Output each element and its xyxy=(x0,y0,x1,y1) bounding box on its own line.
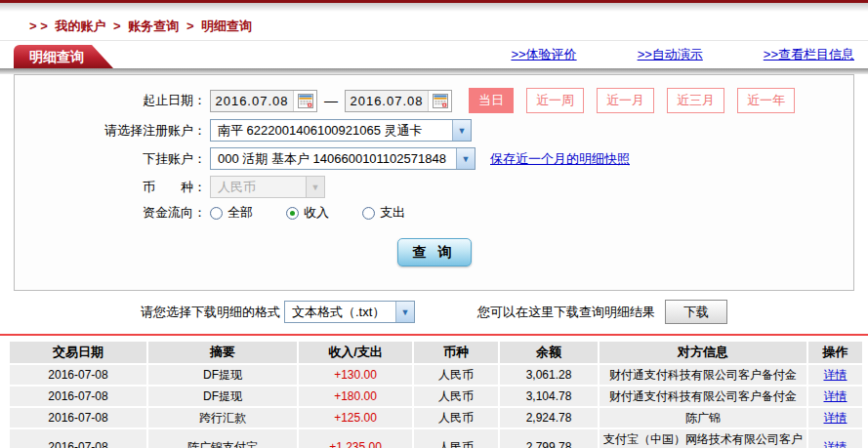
cell-counterparty: 财付通支付科技有限公司客户备付金 xyxy=(599,365,806,385)
breadcrumb-item-my-account[interactable]: 我的账户 xyxy=(55,19,105,33)
header-income-expense: 收入/支出 xyxy=(299,342,412,363)
cell-counterparty: 财付通支付科技有限公司客户备付金 xyxy=(599,387,806,406)
cell-date: 2016-07-08 xyxy=(10,429,146,448)
table-header-row: 交易日期 摘要 收入/支出 币种 余额 对方信息 操作 xyxy=(10,342,862,363)
sub-account-value: 000 活期 基本户 1406600101102571848 xyxy=(211,150,456,168)
sub-account-label: 下挂账户： xyxy=(15,150,210,168)
save-snapshot-link[interactable]: 保存近一个月的明细快照 xyxy=(490,150,630,168)
fund-flow-label: 资金流向： xyxy=(15,204,210,222)
cell-counterparty: 陈广锦 xyxy=(599,408,806,428)
radio-icon[interactable] xyxy=(210,207,223,220)
cell-amount: +1,235.00 xyxy=(299,429,412,448)
download-button[interactable]: 下载 xyxy=(665,300,727,324)
radio-label-all: 全部 xyxy=(227,204,253,222)
end-date-value: 2016.07.08 xyxy=(346,94,428,108)
calendar-icon[interactable] xyxy=(293,91,316,111)
header-balance: 余额 xyxy=(500,342,598,363)
cell-date: 2016-07-08 xyxy=(10,387,146,406)
cell-summary: 跨行汇款 xyxy=(148,408,297,428)
table-row: 2016-07-08 DF提现 +180.00 人民币 3,104.78 财付通… xyxy=(10,387,862,406)
detail-link[interactable]: 详情 xyxy=(824,389,847,403)
link-auto-demo[interactable]: >>自动演示 xyxy=(638,46,703,63)
sub-account-row: 下挂账户： 000 活期 基本户 1406600101102571848 ▼ 保… xyxy=(15,147,853,170)
cell-amount: +180.00 xyxy=(299,387,412,406)
table-row: 2016-07-08 DF提现 +130.00 人民币 3,061.28 财付通… xyxy=(10,365,862,385)
cell-currency: 人民币 xyxy=(414,365,498,385)
header-currency: 币种 xyxy=(414,342,498,363)
chevron-down-icon: ▼ xyxy=(452,120,471,141)
breadcrumb: > > 我的账户 > 账务查询 > 明细查询 xyxy=(0,12,868,41)
breadcrumb-item-account-query[interactable]: 账务查询 xyxy=(128,19,179,33)
cell-currency: 人民币 xyxy=(414,408,498,428)
cell-currency: 人民币 xyxy=(414,429,498,448)
calendar-icon-glyph xyxy=(298,94,313,108)
breadcrumb-prefix: > > xyxy=(29,19,48,33)
start-date-value: 2016.07.08 xyxy=(211,94,293,108)
cell-summary: DF提现 xyxy=(148,365,297,385)
cell-currency: 人民币 xyxy=(414,387,498,406)
chevron-down-icon: ▼ xyxy=(456,148,475,169)
download-format-value: 文本格式（.txt） xyxy=(285,304,395,321)
cell-summary: 陈广锦支付宝 xyxy=(148,429,297,448)
tab-detail-query[interactable]: 明细查询 xyxy=(14,45,113,68)
range-button-last-quarter[interactable]: 近三月 xyxy=(667,88,724,113)
date-range-row: 起止日期： 2016.07.08 — 2016.07.08 xyxy=(15,88,853,113)
header-action: 操作 xyxy=(808,342,862,363)
detail-link[interactable]: 详情 xyxy=(824,440,847,448)
fund-flow-radio-group: 全部 收入 支出 xyxy=(210,204,405,222)
registered-account-select[interactable]: 南平 6222001406100921065 灵通卡 ▼ xyxy=(210,119,472,142)
cell-balance: 2,924.78 xyxy=(500,408,598,428)
cell-balance: 3,104.78 xyxy=(500,387,598,406)
download-format-label: 请您选择下载明细的格式 xyxy=(141,304,280,321)
registered-account-row: 请选择注册账户： 南平 6222001406100921065 灵通卡 ▼ xyxy=(15,119,853,142)
detail-link[interactable]: 详情 xyxy=(824,368,847,382)
sub-account-select[interactable]: 000 活期 基本户 1406600101102571848 ▼ xyxy=(210,147,475,170)
calendar-icon-glyph xyxy=(433,94,448,108)
download-hint: 您可以在这里下载查询明细结果 xyxy=(477,304,655,321)
link-view-column-info[interactable]: >>查看栏目信息 xyxy=(764,46,854,63)
cell-summary: DF提现 xyxy=(148,387,297,406)
date-range-label: 起止日期： xyxy=(15,92,210,109)
table-row: 2016-07-08 跨行汇款 +125.00 人民币 2,924.78 陈广锦… xyxy=(10,408,862,428)
currency-label: 币 种： xyxy=(15,179,210,196)
breadcrumb-separator: > xyxy=(113,19,121,33)
radio-icon-checked[interactable] xyxy=(286,207,299,220)
range-button-last-week[interactable]: 近一周 xyxy=(526,88,584,113)
cell-counterparty: 支付宝（中国）网络技术有限公司客户备付金 xyxy=(599,429,806,448)
top-gradient-strip xyxy=(0,3,868,12)
radio-icon[interactable] xyxy=(362,207,375,220)
query-button[interactable]: 查 询 xyxy=(397,238,472,266)
breadcrumb-separator: > xyxy=(186,19,194,33)
tab-strip: 明细查询 >>体验评价 >>自动演示 >>查看栏目信息 xyxy=(0,41,868,68)
download-format-select[interactable]: 文本格式（.txt） ▼ xyxy=(284,301,415,323)
header-transaction-date: 交易日期 xyxy=(10,342,146,363)
chevron-down-icon: ▼ xyxy=(395,302,414,322)
radio-option-all[interactable]: 全部 xyxy=(210,204,253,222)
cell-balance: 3,061.28 xyxy=(500,365,598,385)
query-form-panel: 起止日期： 2016.07.08 — 2016.07.08 xyxy=(14,74,854,291)
currency-select: 人民币 ▼ xyxy=(210,176,325,198)
radio-label-expense: 支出 xyxy=(380,204,405,222)
cell-amount: +125.00 xyxy=(299,408,412,428)
chevron-down-icon: ▼ xyxy=(306,177,324,197)
cell-date: 2016-07-08 xyxy=(10,408,146,428)
header-counterparty: 对方信息 xyxy=(599,342,806,363)
link-experience-rating[interactable]: >>体验评价 xyxy=(511,46,576,63)
currency-value: 人民币 xyxy=(211,179,306,196)
range-button-today[interactable]: 当日 xyxy=(469,88,514,113)
start-date-input[interactable]: 2016.07.08 xyxy=(210,90,317,112)
breadcrumb-item-detail-query[interactable]: 明细查询 xyxy=(201,19,252,33)
cell-amount: +130.00 xyxy=(299,365,412,385)
end-date-input[interactable]: 2016.07.08 xyxy=(345,90,452,112)
radio-option-income[interactable]: 收入 xyxy=(286,204,329,222)
currency-row: 币 种： 人民币 ▼ xyxy=(15,176,853,198)
range-button-last-year[interactable]: 近一年 xyxy=(737,88,795,113)
fund-flow-row: 资金流向： 全部 收入 支出 xyxy=(15,204,853,222)
cell-date: 2016-07-08 xyxy=(10,365,146,385)
transactions-table: 交易日期 摘要 收入/支出 币种 余额 对方信息 操作 2016-07-08 D… xyxy=(8,340,864,448)
calendar-icon[interactable] xyxy=(428,91,451,111)
detail-link[interactable]: 详情 xyxy=(824,411,847,425)
registered-account-value: 南平 6222001406100921065 灵通卡 xyxy=(211,122,452,140)
range-button-last-month[interactable]: 近一月 xyxy=(597,88,654,113)
radio-option-expense[interactable]: 支出 xyxy=(362,204,405,222)
